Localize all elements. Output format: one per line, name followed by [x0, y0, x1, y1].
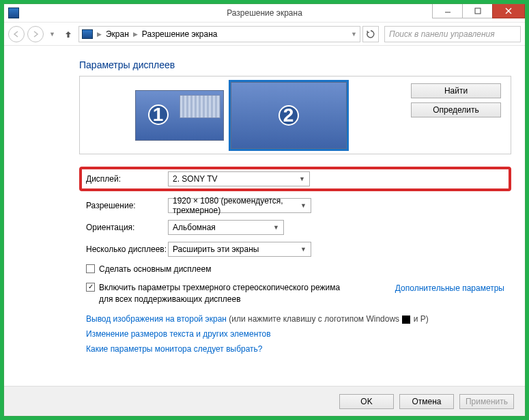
svg-rect-1: [475, 8, 481, 14]
display-label: Дисплей:: [86, 174, 168, 184]
identify-button[interactable]: Определить: [411, 102, 501, 117]
display-arrange-panel: 1 2 Найти Определить: [79, 76, 511, 154]
resolution-row: Разрешение: 1920 × 1080 (рекомендуется, …: [79, 198, 511, 213]
stereo-label: Включить параметры трехмерного стереоско…: [99, 282, 345, 305]
close-icon: [505, 8, 512, 14]
back-button[interactable]: [8, 26, 25, 42]
app-icon: [8, 8, 19, 18]
chevron-right-icon: ▶: [133, 31, 138, 38]
minimize-icon: [444, 8, 451, 14]
nav-bar: ▼ ▶ Экран ▶ Разрешение экрана ▼ Поиск в …: [4, 23, 525, 46]
forward-button[interactable]: [27, 26, 44, 42]
resolution-value: 1920 × 1080 (рекомендуется, трехмерное): [173, 196, 300, 215]
footer: OK Отмена Применить: [4, 386, 525, 416]
which-monitor-link-line: Какие параметры монитора следует выбрать…: [79, 341, 511, 356]
orientation-label: Ориентация:: [86, 223, 168, 232]
cancel-button[interactable]: Отмена: [399, 394, 454, 409]
chevron-down-icon: ▼: [300, 246, 306, 253]
maximize-button[interactable]: [462, 4, 493, 18]
arrow-up-icon: [63, 29, 73, 39]
project-link-line: Вывод изображения на второй экран (или н…: [79, 311, 511, 326]
content-area: Параметры дисплеев 1 2 Найти Определить: [4, 46, 525, 386]
search-placeholder: Поиск в панели управления: [389, 29, 495, 39]
chevron-right-icon: ▶: [97, 31, 102, 38]
history-dropdown[interactable]: ▼: [46, 31, 58, 38]
stereo-row: ✓ Включить параметры трехмерного стереос…: [79, 282, 511, 305]
ok-button[interactable]: OK: [339, 394, 394, 409]
titlebar: Разрешение экрана: [4, 4, 525, 23]
chevron-down-icon: ▼: [300, 202, 306, 209]
arrow-right-icon: [31, 30, 40, 38]
window: Разрешение экрана ▼ ▶ Экран ▶: [3, 3, 526, 417]
multiple-displays-select[interactable]: Расширить эти экраны ▼: [168, 242, 311, 257]
resolution-label: Разрешение:: [86, 201, 168, 210]
chevron-down-icon[interactable]: ▼: [351, 31, 357, 38]
display-side-controls: Найти Определить: [401, 76, 511, 154]
display-value: 2. SONY TV: [173, 174, 218, 184]
section-title: Параметры дисплеев: [79, 59, 511, 70]
up-button[interactable]: [61, 27, 76, 42]
highlighted-display-row: Дисплей: 2. SONY TV ▼: [79, 167, 511, 191]
breadcrumb-item-1[interactable]: Экран: [106, 29, 129, 39]
make-primary-row: Сделать основным дисплеем: [79, 264, 511, 275]
arrow-left-icon: [12, 30, 20, 38]
which-monitor-link[interactable]: Какие параметры монитора следует выбрать…: [86, 344, 263, 354]
close-button[interactable]: [492, 4, 525, 18]
text-size-link[interactable]: Изменение размеров текста и других элеме…: [86, 329, 271, 339]
search-input[interactable]: Поиск в панели управления: [384, 26, 521, 42]
make-primary-checkbox[interactable]: [86, 264, 95, 273]
refresh-icon: [366, 29, 375, 39]
multiple-displays-value: Расширить эти экраны: [173, 244, 259, 254]
refresh-button[interactable]: [362, 26, 379, 42]
multiple-displays-label: Несколько дисплеев:: [86, 244, 168, 254]
find-button[interactable]: Найти: [411, 83, 501, 98]
project-hint-prefix: (или нажмите клавишу с логотипом Windows: [229, 314, 401, 324]
monitor-deco: [180, 95, 220, 118]
display-select[interactable]: 2. SONY TV ▼: [168, 171, 310, 186]
breadcrumb-bar[interactable]: ▶ Экран ▶ Разрешение экрана ▼: [78, 26, 360, 42]
control-panel-icon: [82, 29, 93, 39]
apply-button[interactable]: Применить: [459, 394, 514, 409]
orientation-select[interactable]: Альбомная ▼: [168, 220, 284, 235]
monitor-2[interactable]: 2: [231, 82, 347, 149]
monitor-2-badge: 2: [278, 105, 299, 126]
minimize-button[interactable]: [432, 4, 463, 18]
resolution-select[interactable]: 1920 × 1080 (рекомендуется, трехмерное) …: [168, 198, 311, 213]
make-primary-label: Сделать основным дисплеем: [99, 264, 211, 275]
orientation-value: Альбомная: [173, 223, 216, 232]
advanced-settings-link[interactable]: Дополнительные параметры: [395, 282, 504, 293]
chevron-down-icon: ▼: [273, 224, 279, 231]
text-size-link-line: Изменение размеров текста и других элеме…: [79, 326, 511, 341]
window-title: Разрешение экрана: [227, 8, 302, 18]
monitor-1-badge: 1: [148, 104, 169, 125]
breadcrumb-item-2[interactable]: Разрешение экрана: [142, 29, 218, 39]
chevron-down-icon: ▼: [299, 176, 305, 182]
maximize-icon: [474, 8, 481, 14]
stereo-checkbox[interactable]: ✓: [86, 283, 95, 292]
project-hint-tail: и P): [414, 314, 429, 324]
project-second-screen-link[interactable]: Вывод изображения на второй экран: [86, 314, 227, 324]
display-preview[interactable]: 1 2: [80, 76, 401, 154]
monitor-1[interactable]: 1: [135, 90, 224, 141]
orientation-row: Ориентация: Альбомная ▼: [79, 220, 511, 235]
window-controls: [433, 4, 525, 18]
multiple-displays-row: Несколько дисплеев: Расширить эти экраны…: [79, 242, 511, 257]
windows-logo-icon: [402, 316, 410, 324]
